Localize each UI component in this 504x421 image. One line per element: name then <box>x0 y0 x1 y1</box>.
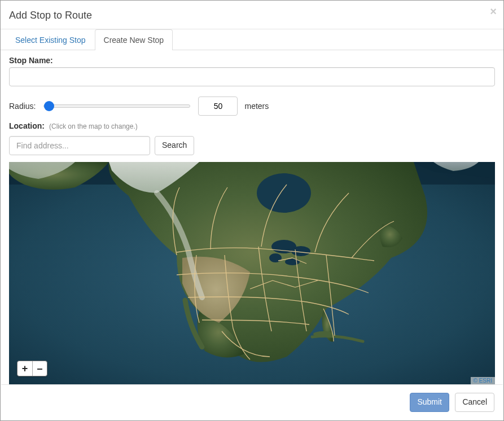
tab-create-new[interactable]: Create New Stop <box>95 29 173 50</box>
svg-point-3 <box>291 246 310 256</box>
search-row: Search <box>9 136 495 155</box>
zoom-out-button[interactable]: – <box>32 361 47 376</box>
add-stop-dialog: × Add Stop to Route Select Existing Stop… <box>0 0 504 421</box>
radius-value-input[interactable] <box>198 97 238 116</box>
radius-slider[interactable] <box>43 104 190 108</box>
radius-row: Radius: meters <box>9 97 495 116</box>
radius-label: Radius: <box>9 102 36 111</box>
close-icon[interactable]: × <box>490 5 497 18</box>
zoom-in-button[interactable]: + <box>17 361 32 376</box>
dialog-header: × Add Stop to Route <box>1 1 503 29</box>
svg-point-6 <box>257 173 311 213</box>
stop-name-input[interactable] <box>9 67 495 86</box>
svg-point-5 <box>285 258 300 265</box>
location-hint: (Click on the map to change.) <box>49 122 138 130</box>
address-search-input[interactable] <box>9 136 150 155</box>
location-row: Location: (Click on the map to change.) <box>9 121 495 133</box>
zoom-controls: + – <box>17 361 47 376</box>
location-label: Location: <box>9 121 45 130</box>
map-viewport[interactable]: + – © ESRI <box>9 162 495 384</box>
map-attribution: © ESRI <box>471 377 496 384</box>
dialog-footer: Submit Cancel <box>1 384 503 420</box>
stop-name-label: Stop Name: <box>9 56 495 65</box>
submit-button[interactable]: Submit <box>410 393 449 412</box>
tab-bar: Select Existing Stop Create New Stop <box>1 29 503 50</box>
search-button[interactable]: Search <box>155 136 194 155</box>
cancel-button[interactable]: Cancel <box>455 393 494 412</box>
radius-units-label: meters <box>244 102 269 111</box>
svg-point-4 <box>269 253 282 262</box>
dialog-body: Stop Name: Radius: meters Location: (Cli… <box>1 50 503 384</box>
dialog-title: Add Stop to Route <box>9 9 495 22</box>
satellite-map[interactable] <box>9 162 495 384</box>
svg-point-7 <box>313 331 334 337</box>
tab-select-existing[interactable]: Select Existing Stop <box>6 29 95 50</box>
